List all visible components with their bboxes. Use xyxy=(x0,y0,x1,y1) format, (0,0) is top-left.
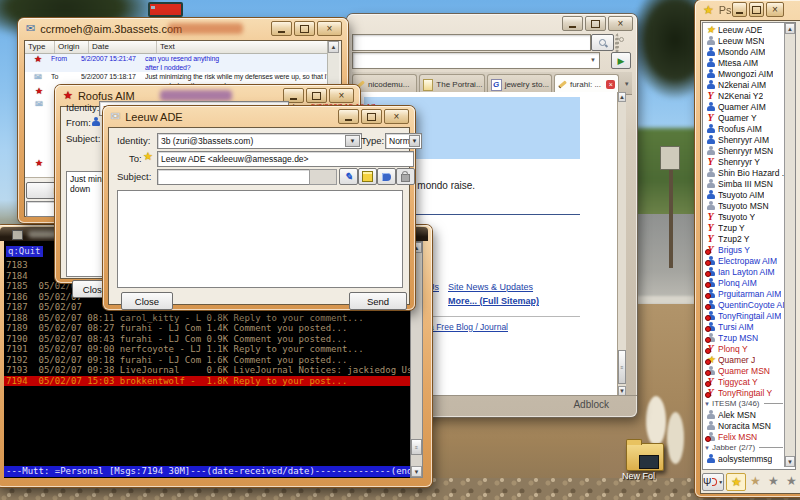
maximize-button[interactable] xyxy=(306,88,327,103)
roster-filter-star-button[interactable]: ★ xyxy=(726,473,746,491)
table-row[interactable]: ★From5/2/2007 15:21:47can you resend any… xyxy=(25,54,339,72)
roster-item[interactable]: YBrigus Y xyxy=(704,244,785,255)
browser-scrollbar[interactable]: ▲ ≡ ▼ xyxy=(617,92,626,396)
roster-item[interactable]: ★Quamer J xyxy=(704,354,785,365)
address-input[interactable]: ▼ xyxy=(352,52,600,69)
scroll-up-icon[interactable]: ▲ xyxy=(328,41,339,53)
roster-item[interactable]: Mtesa AIM xyxy=(704,57,785,68)
roster-item[interactable]: Tsuyoto AIM xyxy=(704,189,785,200)
collapse-icon[interactable]: ▼ xyxy=(704,445,710,451)
link-site-news[interactable]: Site News & Updates xyxy=(448,282,533,292)
roster-item[interactable]: QuentinCoyote AIM xyxy=(704,299,785,310)
scroll-up-icon[interactable]: ▲ xyxy=(785,23,795,34)
maximize-button[interactable] xyxy=(294,21,315,36)
add-text-button[interactable]: ✎ xyxy=(339,168,358,185)
close-button[interactable]: × xyxy=(329,88,354,103)
maximize-button[interactable] xyxy=(749,2,764,17)
search-button[interactable] xyxy=(591,34,614,51)
close-dialog-button[interactable]: Close xyxy=(121,292,173,310)
maximize-button[interactable] xyxy=(361,109,382,124)
roster-group-header[interactable]: ▼ITESM (3/46) xyxy=(704,398,785,409)
roster-filter-star-button[interactable]: ★ xyxy=(782,473,800,489)
column-origin[interactable]: Origin xyxy=(55,41,89,53)
roster-item[interactable]: Simba III MSN xyxy=(704,178,785,189)
subject-field[interactable] xyxy=(157,169,310,185)
roster-item[interactable]: YTzup Y xyxy=(704,222,785,233)
roster-item[interactable]: N2kenai AIM xyxy=(704,79,785,90)
roster-item[interactable]: Shin Bio Hazard ... xyxy=(704,167,785,178)
minimize-button[interactable] xyxy=(271,21,292,36)
roster-item[interactable]: Electropaw AIM xyxy=(704,255,785,266)
combo-dropdown-icon[interactable]: ▼ xyxy=(409,135,420,147)
tab-nicodemu-[interactable]: nicodemu... xyxy=(352,74,417,94)
roster-item[interactable]: YShenryyr Y xyxy=(704,156,785,167)
roster-item[interactable]: Alek MSN xyxy=(704,409,785,420)
roster-filter-star-button[interactable]: ★ xyxy=(746,473,764,489)
scroll-down-icon[interactable]: ▼ xyxy=(411,466,422,477)
address-dropdown-icon[interactable]: ▼ xyxy=(590,57,596,63)
scroll-up-icon[interactable]: ▲ xyxy=(618,92,626,102)
roster-item[interactable]: aolsystemmsg xyxy=(704,453,785,464)
minimize-button[interactable] xyxy=(338,109,359,124)
close-button[interactable]: × xyxy=(608,16,633,31)
close-button[interactable]: × xyxy=(317,21,342,36)
identity-combo[interactable]: 3b (zuri@3bassets.com) ▼ xyxy=(157,133,362,149)
to-field[interactable]: Leeuw ADE <akleeuw@amessage.de> xyxy=(157,151,414,167)
psi-menu-button[interactable]: Ψ ▼ xyxy=(702,473,724,491)
roster-item[interactable]: YTiggycat Y xyxy=(704,376,785,387)
encrypt-button[interactable] xyxy=(396,168,415,185)
roster-item[interactable]: Tursi AIM xyxy=(704,321,785,332)
go-button[interactable]: ▶ xyxy=(611,52,631,69)
close-button[interactable]: × xyxy=(384,109,409,124)
roster-item[interactable]: Tsuyoto MSN xyxy=(704,200,785,211)
scroll-thumb[interactable]: ≡ xyxy=(411,439,422,455)
roster-group-header[interactable]: ▼Jabber (2/7) xyxy=(704,442,785,453)
roster-item[interactable]: YN2Kenai Y2 xyxy=(704,90,785,101)
settings-gear-icon[interactable] xyxy=(615,35,619,53)
roster-item[interactable]: Roofus AIM xyxy=(704,123,785,134)
tab-list-dropdown-icon[interactable]: ▼ xyxy=(621,74,632,94)
compose-window[interactable]: ✉ Leeuw ADE × Identity: 3b (zuri@3basset… xyxy=(103,106,415,310)
scroll-thumb[interactable]: ≡ xyxy=(618,350,626,384)
roster-item[interactable]: Shenryyr MSN xyxy=(704,145,785,156)
tab-jewelry-sto-[interactable]: Gjewelry sto... xyxy=(487,74,552,94)
roster-item[interactable]: Msondo AIM xyxy=(704,46,785,57)
tab-furahi-[interactable]: furahi: ...× xyxy=(554,74,619,94)
roster-scrollbar[interactable]: ▲ ▼ xyxy=(784,23,795,467)
close-button[interactable]: × xyxy=(766,2,784,17)
tab-the-portrai-[interactable]: The Portrai... xyxy=(419,74,484,94)
collapse-icon[interactable]: ▼ xyxy=(704,401,710,407)
roster-item[interactable]: Leeuw MSN xyxy=(704,35,785,46)
scroll-down-icon[interactable]: ▼ xyxy=(785,456,795,467)
minimize-button[interactable] xyxy=(562,16,583,31)
column-type[interactable]: Type xyxy=(25,41,55,53)
roster-item[interactable]: Tzup MSN xyxy=(704,332,785,343)
column-date[interactable]: Date xyxy=(89,41,157,53)
history-button[interactable] xyxy=(377,168,396,185)
desktop-icon-new-folder[interactable]: New Fol xyxy=(620,437,672,483)
combo-dropdown-icon[interactable]: ▼ xyxy=(345,135,360,147)
roster-item[interactable]: YQuamer Y xyxy=(704,112,785,123)
roster-item[interactable]: Prguitarman AIM xyxy=(704,288,785,299)
roster-item[interactable]: Quamer MSN xyxy=(704,365,785,376)
send-button[interactable]: Send xyxy=(349,292,407,310)
roster-item[interactable]: Plonq AIM xyxy=(704,277,785,288)
adblock-status[interactable]: Adblock xyxy=(573,399,609,410)
roster-item[interactable]: Quamer AIM xyxy=(704,101,785,112)
compose-body[interactable] xyxy=(117,190,403,288)
tab-close-button[interactable]: × xyxy=(606,80,615,89)
roster-item[interactable]: YTsuyoto Y xyxy=(704,211,785,222)
roster-filter-star-button[interactable]: ★ xyxy=(764,473,782,489)
roster-item[interactable]: ★Leeuw ADE xyxy=(704,24,785,35)
roster-item[interactable]: YTzup2 Y xyxy=(704,233,785,244)
roster-item[interactable]: YTonyRingtail Y xyxy=(704,387,785,398)
roster-item[interactable]: Noracita MSN xyxy=(704,420,785,431)
search-input[interactable] xyxy=(352,34,591,51)
roster-item[interactable]: YPlonq Y xyxy=(704,343,785,354)
type-combo[interactable]: Normal ▼ xyxy=(385,133,422,149)
roster-item[interactable]: Mwongozi AIM xyxy=(704,68,785,79)
psi-roster-window[interactable]: ★ Psi × ★Leeuw ADELeeuw MSNMsondo AIMMte… xyxy=(695,0,800,497)
column-text[interactable]: Text xyxy=(157,41,339,53)
roster-item[interactable]: Shenryyr AIM xyxy=(704,134,785,145)
roster-item[interactable]: Ian Layton AIM xyxy=(704,266,785,277)
